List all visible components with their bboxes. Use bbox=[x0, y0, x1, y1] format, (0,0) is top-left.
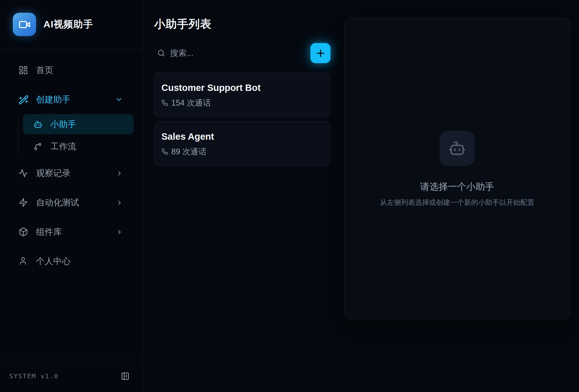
assistant-list-panel: 小助手列表 Customer Support Bot bbox=[143, 0, 344, 392]
empty-state-icon-box bbox=[440, 131, 475, 166]
bot-icon bbox=[448, 139, 466, 157]
phone-icon bbox=[161, 148, 168, 155]
create-assistant-submenu: 小助手 工作流 bbox=[18, 114, 134, 155]
sidebar-item-label: 自动化测试 bbox=[36, 197, 79, 208]
sidebar-item-components[interactable]: 组件库 bbox=[8, 224, 135, 240]
assistant-card[interactable]: Sales Agent 89 次通话 bbox=[154, 121, 330, 166]
assistant-call-count: 89 次通话 bbox=[171, 146, 206, 157]
sidebar-item-label: 个人中心 bbox=[36, 255, 71, 267]
sidebar-item-profile[interactable]: 个人中心 bbox=[8, 253, 135, 270]
assistant-meta: 89 次通话 bbox=[161, 146, 330, 157]
sidebar-item-assistant[interactable]: 小助手 bbox=[23, 114, 134, 134]
sidebar-item-label: 小助手 bbox=[50, 119, 76, 130]
chevron-right-icon bbox=[116, 170, 123, 177]
assistant-call-count: 154 次通话 bbox=[171, 98, 211, 108]
search-box bbox=[154, 48, 310, 58]
workflow-icon bbox=[33, 142, 42, 151]
sidebar-nav: 首页 创建助手 小助手 bbox=[0, 49, 143, 360]
sidebar-item-observation[interactable]: 观察记录 bbox=[8, 165, 135, 181]
sidebar-item-workflow[interactable]: 工作流 bbox=[23, 137, 134, 155]
assistant-name: Sales Agent bbox=[161, 131, 330, 142]
app-title: AI视频助手 bbox=[43, 18, 93, 31]
chevron-down-icon bbox=[115, 96, 123, 103]
plus-icon bbox=[315, 48, 326, 59]
sidebar-collapse-button[interactable] bbox=[121, 372, 130, 381]
chevron-right-icon bbox=[116, 199, 123, 206]
panel-collapse-icon bbox=[121, 372, 130, 381]
search-row bbox=[154, 43, 330, 63]
sidebar-item-label: 工作流 bbox=[50, 141, 76, 152]
app-logo bbox=[13, 13, 36, 36]
search-icon bbox=[157, 49, 166, 57]
sidebar-item-create-assistant[interactable]: 创建助手 bbox=[8, 91, 135, 108]
assistant-detail-panel: 请选择一个小助手 从左侧列表选择或创建一个新的小助手以开始配置 bbox=[344, 18, 570, 320]
zap-icon bbox=[19, 198, 28, 207]
sidebar-item-label: 组件库 bbox=[36, 226, 62, 238]
search-input[interactable] bbox=[170, 48, 266, 58]
sidebar-item-label: 观察记录 bbox=[36, 167, 71, 179]
activity-icon bbox=[19, 168, 28, 178]
add-assistant-button[interactable] bbox=[310, 43, 330, 63]
sidebar: AI视频助手 首页 创建助手 bbox=[0, 0, 143, 392]
page-title: 小助手列表 bbox=[154, 17, 330, 32]
assistant-list: Customer Support Bot 154 次通话 Sales Agent bbox=[154, 72, 330, 166]
video-camera-icon bbox=[19, 18, 31, 31]
empty-state-title: 请选择一个小助手 bbox=[420, 181, 494, 193]
sidebar-item-home[interactable]: 首页 bbox=[8, 62, 135, 78]
app-header: AI视频助手 bbox=[0, 0, 143, 49]
wand-sparkles-icon bbox=[19, 95, 28, 104]
assistant-meta: 154 次通话 bbox=[161, 98, 330, 108]
sidebar-item-label: 首页 bbox=[36, 64, 53, 76]
chevron-right-icon bbox=[116, 229, 123, 235]
empty-state-subtitle: 从左侧列表选择或创建一个新的小助手以开始配置 bbox=[380, 198, 534, 207]
system-version: SYSTEM v1.0 bbox=[9, 372, 58, 380]
box-icon bbox=[19, 227, 28, 237]
bot-icon bbox=[33, 120, 42, 129]
dashboard-icon bbox=[19, 65, 28, 75]
sidebar-footer: SYSTEM v1.0 bbox=[0, 360, 143, 392]
assistant-card[interactable]: Customer Support Bot 154 次通话 bbox=[154, 72, 330, 117]
empty-state: 请选择一个小助手 从左侧列表选择或创建一个新的小助手以开始配置 bbox=[380, 131, 534, 207]
sidebar-item-auto-test[interactable]: 自动化测试 bbox=[8, 194, 135, 211]
phone-icon bbox=[161, 100, 168, 106]
user-icon bbox=[19, 256, 28, 266]
sidebar-item-label: 创建助手 bbox=[36, 94, 71, 105]
assistant-name: Customer Support Bot bbox=[161, 83, 330, 93]
